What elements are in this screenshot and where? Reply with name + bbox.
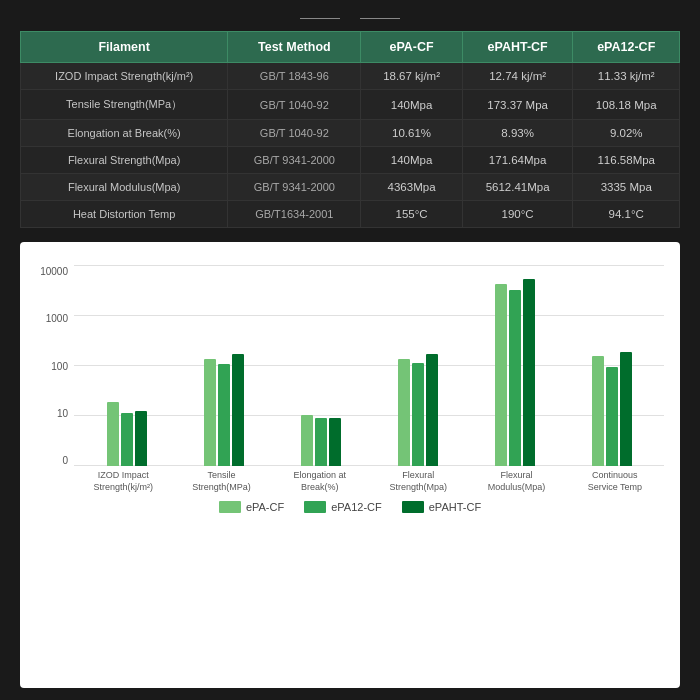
cell-epacf: 140Mpa [361,147,462,174]
y-axis-label: 0 [62,455,68,466]
bar-epaht [232,354,244,466]
bar-group [204,354,244,466]
col-epacf: ePA-CF [361,32,462,63]
bar-epa [592,356,604,466]
y-axis-label: 1000 [46,313,68,324]
bar-groups [74,266,664,466]
cell-filament: Heat Distortion Temp [21,201,228,228]
cell-epahtcf: 171.64Mpa [462,147,573,174]
bottom-section: 100001000100100 IZOD ImpactStrength(kj/m… [20,242,680,688]
x-label: Elongation atBreak(%) [271,470,369,493]
cell-method: GB/T 1040-92 [228,120,361,147]
bar-epaht [523,279,535,466]
bar-epa [301,415,313,466]
bar-epa12 [606,367,618,466]
title-line-left [300,18,340,19]
legend-label: ePAHT-CF [429,501,481,513]
bar-epaht [620,352,632,466]
cell-epa12cf: 108.18 Mpa [573,90,680,120]
cell-epacf: 4363Mpa [361,174,462,201]
cell-epa12cf: 116.58Mpa [573,147,680,174]
cell-epahtcf: 8.93% [462,120,573,147]
y-axis-label: 10000 [40,266,68,277]
page-wrapper: Filament Test Method ePA-CF ePAHT-CF ePA… [0,0,700,700]
chart-area: 100001000100100 [36,266,664,466]
cell-epa12cf: 9.02% [573,120,680,147]
cell-epacf: 18.67 kj/m² [361,63,462,90]
bar-epa [398,359,410,466]
cell-filament: Tensile Strength(MPa） [21,90,228,120]
bar-epa12 [218,364,230,466]
bar-epa12 [315,418,327,466]
cell-filament: Elongation at Break(%) [21,120,228,147]
legend-swatch [219,501,241,513]
table-head: Filament Test Method ePA-CF ePAHT-CF ePA… [21,32,680,63]
bar-group [301,415,341,466]
cell-filament: Flexural Strength(Mpa) [21,147,228,174]
table-row: IZOD Impact Strength(kj/m²)GB/T 1843-961… [21,63,680,90]
cell-epacf: 140Mpa [361,90,462,120]
bar-group [107,402,147,466]
top-section: Filament Test Method ePA-CF ePAHT-CF ePA… [20,18,680,228]
cell-method: GB/T1634-2001 [228,201,361,228]
table-row: Flexural Modulus(Mpa)GB/T 9341-20004363M… [21,174,680,201]
col-filament: Filament [21,32,228,63]
bar-epa12 [412,363,424,466]
bar-epa [495,284,507,466]
cell-epahtcf: 190°C [462,201,573,228]
legend-label: ePA12-CF [331,501,382,513]
legend-item: ePAHT-CF [402,501,481,513]
cell-epahtcf: 5612.41Mpa [462,174,573,201]
table-header-row: Filament Test Method ePA-CF ePAHT-CF ePA… [21,32,680,63]
cell-method: GB/T 1843-96 [228,63,361,90]
cell-epahtcf: 12.74 kj/m² [462,63,573,90]
section-title [20,18,680,19]
bar-epaht [329,418,341,466]
cell-epa12cf: 3335 Mpa [573,174,680,201]
cell-method: GB/T 9341-2000 [228,147,361,174]
y-axis-label: 10 [57,408,68,419]
title-line-right [360,18,400,19]
bar-epa [204,359,216,466]
cell-method: GB/T 9341-2000 [228,174,361,201]
cell-filament: Flexural Modulus(Mpa) [21,174,228,201]
x-label: FlexuralStrength(Mpa) [369,470,467,493]
legend-swatch [304,501,326,513]
legend: ePA-CFePA12-CFePAHT-CF [36,501,664,513]
cell-filament: IZOD Impact Strength(kj/m²) [21,63,228,90]
bar-epaht [426,354,438,466]
bar-epa12 [509,290,521,466]
legend-label: ePA-CF [246,501,284,513]
cell-epacf: 155°C [361,201,462,228]
bar-epa [107,402,119,466]
y-axis: 100001000100100 [36,266,74,466]
col-epa12cf: ePA12-CF [573,32,680,63]
table-row: Heat Distortion TempGB/T1634-2001155°C19… [21,201,680,228]
legend-item: ePA12-CF [304,501,382,513]
cell-epacf: 10.61% [361,120,462,147]
bar-epaht [135,411,147,466]
bar-group [495,279,535,466]
table-row: Flexural Strength(Mpa)GB/T 9341-2000140M… [21,147,680,174]
table-row: Elongation at Break(%)GB/T 1040-9210.61%… [21,120,680,147]
x-label: IZOD ImpactStrength(kj/m²) [74,470,172,493]
chart-inner [74,266,664,466]
col-method: Test Method [228,32,361,63]
bar-group [398,354,438,466]
legend-swatch [402,501,424,513]
col-epahtcf: ePAHT-CF [462,32,573,63]
cell-epa12cf: 11.33 kj/m² [573,63,680,90]
x-label: TensileStrength(MPa) [172,470,270,493]
x-label: FlexuralModulus(Mpa) [467,470,565,493]
x-labels: IZOD ImpactStrength(kj/m²)TensileStrengt… [36,466,664,493]
table-row: Tensile Strength(MPa）GB/T 1040-92140Mpa1… [21,90,680,120]
table-body: IZOD Impact Strength(kj/m²)GB/T 1843-961… [21,63,680,228]
cell-epahtcf: 173.37 Mpa [462,90,573,120]
legend-item: ePA-CF [219,501,284,513]
cell-epa12cf: 94.1°C [573,201,680,228]
cell-method: GB/T 1040-92 [228,90,361,120]
y-axis-label: 100 [51,361,68,372]
bar-group [592,352,632,466]
bar-epa12 [121,413,133,466]
performance-table: Filament Test Method ePA-CF ePAHT-CF ePA… [20,31,680,228]
